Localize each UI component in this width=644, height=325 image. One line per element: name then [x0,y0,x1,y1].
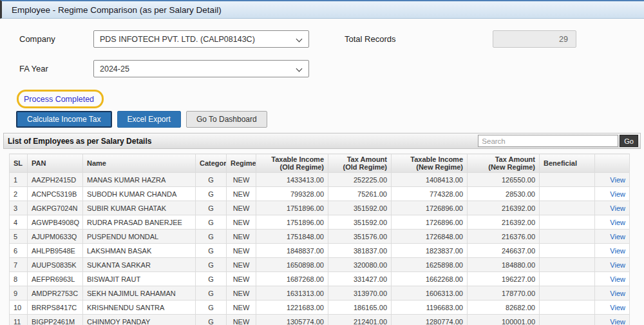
cell-pan: AAZPH2415D [28,173,83,187]
cell-category: G [196,244,227,258]
cell-pan: BIGPP2461M [28,315,83,325]
employee-table-container: SL PAN Name Category Regime Taxable Inco… [9,153,629,325]
view-link[interactable]: View [599,190,625,198]
cell-taxable-old: 1433413.00 [256,173,328,187]
cell-view: View [595,187,630,201]
cell-category: G [196,215,227,230]
cell-pan: AHLPB9548E [28,244,83,258]
cell-tax-old: 186165.00 [328,300,392,315]
cell-beneficial [540,173,595,187]
cell-name: PUSPENDU MONDAL [83,230,196,244]
company-row: Company PDS INFOTECH PVT. LTD. (CALP0814… [19,30,644,48]
cell-name: CHINMOY PANDAY [83,315,196,325]
calculate-income-tax-button[interactable]: Calculate Income Tax [16,111,112,128]
table-header-row: SL PAN Name Category Regime Taxable Inco… [10,154,630,173]
cell-tax-new: 28530.00 [468,187,540,201]
cell-category: G [196,187,227,201]
cell-regime: NEW [227,173,256,187]
col-header-taxable-new: Taxable Income(New Regime) [392,154,468,173]
view-link[interactable]: View [599,275,625,283]
search-input[interactable] [478,135,618,147]
cell-pan: AUUPS0835K [28,258,83,272]
chevron-down-icon [296,36,303,43]
status-text: Process Completed [24,95,94,104]
view-link[interactable]: View [599,247,625,255]
col-header-pan: PAN [28,154,83,173]
table-row: 11 BIGPP2461M CHINMOY PANDAY G NEW 13057… [10,315,630,325]
cell-view: View [595,258,630,272]
cell-beneficial [540,230,595,244]
company-select[interactable]: PDS INFOTECH PVT. LTD. (CALP08143C) [93,30,309,48]
cell-tax-old: 351592.00 [328,201,392,215]
cell-regime: NEW [227,272,256,286]
view-link[interactable]: View [599,204,625,212]
cell-category: G [196,201,227,215]
cell-view: View [595,286,630,300]
cell-regime: NEW [227,258,256,272]
fa-year-select[interactable]: 2024-25 [93,60,309,77]
cell-beneficial [540,258,595,272]
page-title: Employee - Regime Comparison (as per Sal… [12,5,222,15]
total-records-field [493,30,576,48]
cell-regime: NEW [227,300,256,315]
view-link[interactable]: View [599,261,625,269]
list-title: List of Employees as per Salary Details [8,137,151,146]
view-link[interactable]: View [599,304,625,311]
cell-category: G [196,300,227,315]
cell-category: G [196,272,227,286]
cell-beneficial [540,187,595,201]
cell-tax-new: 196227.00 [468,272,540,286]
cell-sl: 6 [10,244,28,258]
cell-view: View [595,315,630,325]
cell-category: G [196,258,227,272]
cell-tax-old: 75261.00 [328,187,392,201]
cell-view: View [595,244,630,258]
col-header-taxable-old: Taxable Income(Old Regime) [256,154,328,173]
col-header-category: Category [196,154,227,173]
cell-tax-new: 100001.00 [468,315,540,325]
cell-taxable-new: 1726896.00 [392,201,468,215]
cell-sl: 8 [10,272,28,286]
cell-regime: NEW [227,187,256,201]
cell-view: View [595,201,630,215]
cell-name: KRISHNENDU SANTRA [83,300,196,315]
col-header-sl: SL [10,154,28,173]
col-header-actions [595,154,630,173]
cell-taxable-new: 1662268.00 [392,272,468,286]
cell-sl: 5 [10,230,28,244]
cell-name: BISWAJIT RAUT [83,272,196,286]
cell-sl: 4 [10,215,28,230]
col-header-tax-new: Tax Amount(New Regime) [468,154,540,173]
go-to-dashboard-button[interactable]: Go To Dashboard [186,111,267,128]
cell-pan: ACNPC5319B [28,187,83,201]
cell-name: RUDRA PRASAD BANERJEE [83,215,196,230]
cell-tax-new: 216392.00 [468,201,540,215]
cell-tax-new: 178770.00 [468,286,540,300]
cell-taxable-old: 1221683.00 [256,300,328,315]
cell-name: MANAS KUMAR HAZRA [83,173,196,187]
cell-tax-old: 320080.00 [328,258,392,272]
cell-tax-old: 313970.00 [328,286,392,300]
cell-regime: NEW [227,286,256,300]
view-link[interactable]: View [599,176,625,184]
cell-regime: NEW [227,201,256,215]
cell-view: View [595,272,630,286]
cell-taxable-old: 1751896.00 [256,215,328,230]
search-go-button[interactable]: Go [620,135,638,147]
cell-pan: AJUPM0633Q [28,230,83,244]
cell-pan: AMDPR2753C [28,286,83,300]
cell-category: G [196,286,227,300]
cell-sl: 3 [10,201,28,215]
cell-taxable-old: 1848837.00 [256,244,328,258]
cell-taxable-old: 1751848.00 [256,230,328,244]
excel-export-button[interactable]: Excel Export [117,111,181,128]
view-link[interactable]: View [599,233,625,241]
view-link[interactable]: View [599,318,625,325]
cell-sl: 10 [10,300,28,315]
view-link[interactable]: View [599,219,625,226]
view-link[interactable]: View [599,290,625,297]
cell-tax-old: 252225.00 [328,173,392,187]
col-header-name: Name [83,154,196,173]
cell-taxable-new: 1408413.00 [392,173,468,187]
cell-taxable-old: 1631313.00 [256,286,328,300]
